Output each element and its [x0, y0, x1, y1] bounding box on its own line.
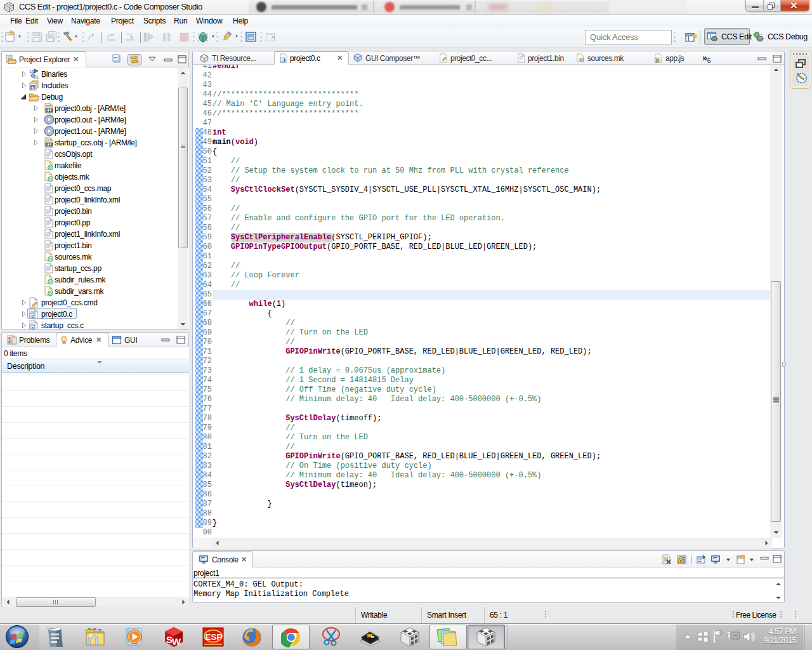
svg-text:ESP: ESP	[206, 632, 223, 642]
svg-text:h: h	[32, 85, 35, 91]
svg-text:W: W	[172, 636, 181, 647]
svg-text:js: js	[655, 58, 660, 63]
svg-text:010: 010	[46, 142, 53, 147]
svg-text:.c: .c	[281, 58, 286, 63]
svg-text:10: 10	[29, 69, 34, 74]
svg-text:01: 01	[34, 75, 39, 79]
svg-text:c: c	[31, 325, 34, 329]
svg-text:010: 010	[46, 108, 53, 112]
svg-text:c: c	[31, 314, 34, 319]
